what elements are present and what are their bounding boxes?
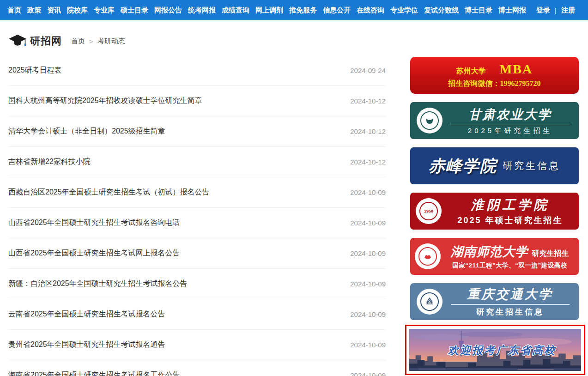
news-date: 2024-10-12 — [350, 127, 386, 135]
nav-master-catalog[interactable]: 硕士目录 — [121, 6, 148, 15]
huaiyin-subtitle: 2025 年硕士研究生招生 — [447, 215, 573, 226]
news-item: 2025研考日程表 2024-09-24 — [8, 55, 386, 86]
chifeng-suffix: 研究生信息 — [503, 159, 560, 172]
nav-major-database[interactable]: 专业库 — [94, 6, 115, 15]
chifeng-name: 赤峰学院 — [429, 155, 497, 177]
news-item: 清华大学会计硕士（非全日制）2025级招生简章 2024-10-12 — [8, 116, 386, 147]
gansu-university-seal-icon — [417, 108, 443, 133]
nav-doctor-report[interactable]: 博士网报 — [498, 6, 526, 15]
news-item: 贵州省2025年全国硕士研究生招生考试报名通告 2024-10-09 — [8, 330, 386, 360]
suzhou-banner-title: 苏州大学 MBA — [456, 62, 533, 77]
cqjtu-divider-line — [451, 304, 570, 305]
news-item: 山西省2025年全国硕士研究生招生考试网上报名公告 2024-10-09 — [8, 238, 386, 269]
breadcrumb-separator: > — [89, 37, 93, 45]
banner-chongqing-jiaotong[interactable]: 重庆交通大学 研究生招生信息 — [410, 283, 579, 320]
nav-news[interactable]: 资讯 — [47, 6, 61, 15]
hunan-name: 湖南师范大学 — [451, 243, 528, 260]
news-date: 2024-10-09 — [350, 219, 386, 227]
news-date: 2024-10-09 — [350, 280, 386, 288]
nav-info-disclosure[interactable]: 信息公开 — [323, 6, 351, 15]
suzhou-program: MBA — [500, 62, 533, 77]
gansu-subtitle: 2025年研究生招生 — [448, 127, 572, 135]
banner-huaiyin-institute[interactable]: 1958 淮阴工学院 2025 年硕士研究生招生 — [410, 193, 579, 230]
suzhou-name: 苏州大学 — [456, 67, 486, 76]
news-item: 新疆：自治区2025年全国硕士研究生招生考试报名公告 2024-10-09 — [8, 269, 386, 299]
nav-online-adjustment[interactable]: 网上调剂 — [255, 6, 283, 15]
news-list: 2025研考日程表 2024-09-24 国科大杭州高等研究院2025年招收攻读… — [8, 55, 386, 376]
news-title-link[interactable]: 山西省2025年全国硕士研究生招生考试网上报名公告 — [8, 249, 189, 258]
breadcrumb-home[interactable]: 首页 — [71, 37, 85, 46]
news-date: 2024-09-24 — [350, 67, 386, 74]
nav-exemption-service[interactable]: 推免服务 — [289, 6, 317, 15]
guangdong-caption: 欢迎报考广东省高校 — [448, 343, 556, 357]
news-title-link[interactable]: 2025研考日程表 — [8, 66, 71, 75]
news-date: 2024-10-09 — [350, 188, 386, 196]
news-title-link[interactable]: 西藏自治区2025年全国硕士研究生招生考试（初试）报名公告 — [8, 188, 219, 197]
register-link[interactable]: 注册 — [561, 6, 575, 15]
news-title-link[interactable]: 新疆：自治区2025年全国硕士研究生招生考试报名公告 — [8, 279, 197, 289]
banner-column: 苏州大学 MBA 招生咨询微信：19962795720 甘肃农业大学 2025年… — [405, 57, 585, 375]
news-date: 2024-10-09 — [350, 249, 386, 257]
news-date: 2024-10-09 — [350, 371, 386, 376]
banner-chifeng-university[interactable]: 赤峰学院 研究生信息 — [410, 147, 579, 184]
site-header: 研招网 首页 > 考研动态 — [8, 34, 125, 48]
nav-home[interactable]: 首页 — [7, 6, 21, 15]
banner-gansu-agricultural[interactable]: 甘肃农业大学 2025年研究生招生 — [410, 102, 579, 139]
news-item: 山西省2025年全国硕士研究生招生考试报名咨询电话 2024-10-09 — [8, 208, 386, 238]
news-date: 2024-10-12 — [350, 97, 386, 105]
news-item: 西藏自治区2025年全国硕士研究生招生考试（初试）报名公告 2024-10-09 — [8, 177, 386, 208]
news-title-link[interactable]: 云南省2025年全国硕士研究生招生考试报名公告 — [8, 309, 175, 319]
news-date: 2024-10-09 — [350, 310, 386, 318]
news-title-link[interactable]: 清华大学会计硕士（非全日制）2025级招生简章 — [8, 127, 175, 136]
nav-doctor-catalog[interactable]: 博士目录 — [465, 6, 492, 15]
news-title-link[interactable]: 国科大杭州高等研究院2025年招收攻读硕士学位研究生简章 — [8, 96, 212, 106]
guangzhou-skyline-image: 欢迎报考广东省高校 — [409, 329, 581, 371]
gansu-divider-line — [450, 125, 570, 125]
news-item: 云南省2025年全国硕士研究生招生考试报名公告 2024-10-09 — [8, 299, 386, 330]
news-item: 国科大杭州高等研究院2025年招收攻读硕士学位研究生简章 2024-10-12 — [8, 86, 386, 116]
login-link[interactable]: 登录 — [536, 6, 550, 15]
news-title-link[interactable]: 贵州省2025年全国硕士研究生招生考试报名通告 — [8, 340, 175, 350]
cqjtu-subtitle: 研究生招生信息 — [448, 307, 572, 317]
news-item: 吉林省新增22家科技小院 2024-10-12 — [8, 147, 386, 177]
hunan-suffix: 研究生招生 — [532, 249, 569, 259]
nav-professional-degree[interactable]: 专业学位 — [390, 6, 418, 15]
nav-unified-exam-report[interactable]: 统考网报 — [188, 6, 216, 15]
news-item: 海南省2025年全国硕士研究生招生考试报名工作公告 2024-10-09 — [8, 360, 386, 376]
nav-retest-score-line[interactable]: 复试分数线 — [424, 6, 459, 15]
cqjtu-name: 重庆交通大学 — [448, 286, 572, 303]
hunan-university-seal-icon — [415, 243, 441, 269]
auth-links: 登录 | 注册 — [536, 6, 575, 15]
huaiyin-university-seal-icon: 1958 — [416, 198, 442, 224]
huaiyin-name: 淮阴工学院 — [447, 196, 573, 214]
news-title-link[interactable]: 山西省2025年全国硕士研究生招生考试报名咨询电话 — [8, 218, 189, 228]
breadcrumb: 首页 > 考研动态 — [71, 37, 125, 46]
top-navbar: 首页 政策 资讯 院校库 专业库 硕士目录 网报公告 统考网报 成绩查询 网上调… — [0, 0, 588, 20]
banner-guangdong-universities[interactable]: 欢迎报考广东省高校 — [405, 325, 585, 375]
news-date: 2024-10-12 — [350, 158, 386, 166]
nav-school-database[interactable]: 院校库 — [67, 6, 88, 15]
cqjtu-university-seal-icon — [417, 289, 443, 315]
breadcrumb-current: 考研动态 — [97, 37, 125, 46]
banner-suzhou-mba[interactable]: 苏州大学 MBA 招生咨询微信：19962795720 — [410, 57, 579, 94]
news-title-link[interactable]: 吉林省新增22家科技小院 — [8, 157, 100, 167]
site-logo[interactable]: 研招网 — [8, 34, 62, 48]
graduation-cap-icon — [8, 34, 27, 48]
auth-divider: | — [555, 6, 557, 14]
suzhou-subtitle: 招生咨询微信：19962795720 — [449, 79, 541, 89]
nav-report-notices[interactable]: 网报公告 — [154, 6, 182, 15]
site-name: 研招网 — [30, 34, 62, 48]
nav-score-query[interactable]: 成绩查询 — [222, 6, 249, 15]
news-title-link[interactable]: 海南省2025年全国硕士研究生招生考试报名工作公告 — [8, 370, 189, 376]
banner-hunan-normal[interactable]: 湖南师范大学 研究生招生 国家“211工程”大学、“双一流”建设高校 — [410, 238, 579, 275]
news-date: 2024-10-09 — [350, 341, 386, 349]
hunan-subtitle: 国家“211工程”大学、“双一流”建设高校 — [445, 261, 574, 270]
nav-online-consult[interactable]: 在线咨询 — [357, 6, 384, 15]
nav-policy[interactable]: 政策 — [27, 6, 41, 15]
gansu-name: 甘肃农业大学 — [448, 106, 572, 123]
